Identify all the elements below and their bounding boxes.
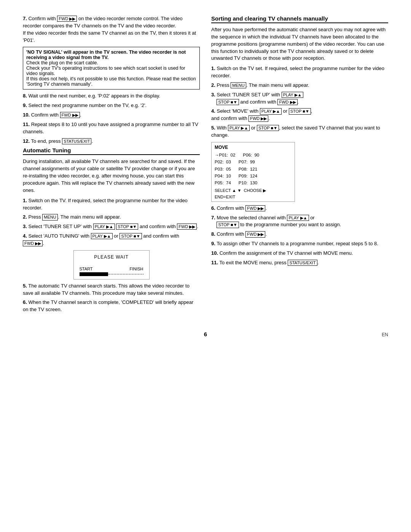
- play-btn-sort5: PLAY ▶▲: [228, 125, 250, 131]
- step-12: 12. To end, press STATUS/EXIT.: [23, 138, 200, 145]
- step-8: 8. Wait until the next number, e.g. 'P:0…: [23, 93, 200, 100]
- play-btn-auto4: PLAY ▶▲: [91, 233, 113, 239]
- move-box-footer2: END=EXIT: [215, 195, 292, 199]
- status-exit-btn-step12: STATUS/EXIT: [62, 138, 91, 144]
- move-box-footer1: SELECT ▲ ▼ CHOOSE ▶: [215, 188, 292, 193]
- page-number: 6: [145, 331, 266, 337]
- stop-btn-sort7: STOP ■▼: [217, 222, 239, 228]
- auto-step-6: 6. When the TV channel search is complet…: [23, 299, 200, 313]
- progress-bar-labels: START FINISH: [80, 267, 143, 271]
- page-footer: 6 EN: [23, 323, 388, 337]
- sort-step-6: 6. Confirm with FWD ▶▶.: [211, 205, 388, 212]
- fwd-btn-sort8: FWD ▶▶: [245, 231, 265, 237]
- auto-tuning-title: Automatic Tuning: [23, 147, 200, 155]
- fwd-btn-auto3: FWD ▶▶: [177, 224, 197, 230]
- progress-box: PLEASE WAIT START FINISH: [73, 250, 150, 280]
- sort-step-2: 2. Press MENU. The main menu will appear…: [211, 82, 388, 89]
- sorting-intro: After you have performed the automatic c…: [211, 26, 388, 62]
- auto-step-3: 3. Select 'TUNER SET UP' with PLAY ▶▲ ST…: [23, 223, 200, 230]
- auto-step-5: 5. The automatic TV channel search start…: [23, 283, 200, 297]
- fwd-btn-auto4: FWD ▶▶: [23, 240, 43, 246]
- fwd-btn-step7: FWD ▶▶: [57, 16, 77, 22]
- play-btn-sort7: PLAY ▶▲: [287, 215, 309, 221]
- auto-tuning-intro: During installation, all available TV ch…: [23, 158, 200, 194]
- step-7: 7. Confirm with FWD ▶▶ on the video reco…: [23, 15, 200, 44]
- please-wait-label: PLEASE WAIT: [80, 254, 143, 260]
- progress-filled-part: [80, 272, 108, 276]
- progress-bar: [80, 272, 143, 276]
- auto-step-1: 1. Switch on the TV. If required, select…: [23, 197, 200, 212]
- finish-label: FINISH: [129, 267, 143, 271]
- page-content: 7. Confirm with FWD ▶▶ on the video reco…: [23, 15, 388, 316]
- menu-btn-sort2: MENU: [231, 82, 246, 88]
- warning-box: 'NO TV SIGNAL' will appear in the TV scr…: [23, 47, 200, 89]
- sort-step-4: 4. Select 'MOVE' with PLAY ▶▲ or STOP ■▼…: [211, 108, 388, 122]
- stop-btn-sort5: STOP ■▼: [257, 125, 279, 131]
- sort-step-9: 9. To assign other TV channels to a prog…: [211, 240, 388, 248]
- status-exit-btn-sort11: STATUS/EXIT: [288, 260, 317, 266]
- fwd-btn-step10: FWD ▶▶: [60, 112, 80, 118]
- sort-step-10: 10. Confirm the assignment of the TV cha…: [211, 250, 388, 257]
- stop-btn-auto3: STOP ■▼: [116, 224, 138, 230]
- progress-dotted-part: [108, 274, 143, 275]
- play-btn-sort3: PLAY ▶▲: [282, 92, 303, 98]
- right-column: Sorting and clearing TV channels manuall…: [211, 15, 388, 316]
- left-column: 7. Confirm with FWD ▶▶ on the video reco…: [23, 15, 200, 316]
- start-label: START: [80, 267, 93, 271]
- lang-label: EN: [266, 332, 388, 337]
- sort-step-11: 11. To exit the MOVE menu, press STATUS/…: [211, 259, 388, 267]
- auto-step-4: 4. Select 'AUTO TUNING' with PLAY ▶▲ or …: [23, 233, 200, 247]
- move-box: MOVE →P01: 02 P06: 90 P02: 03 P07: 99 P0…: [211, 142, 295, 202]
- stop-btn-sort3: STOP ■▼: [217, 99, 239, 105]
- play-btn-sort4: PLAY ▶▲: [260, 108, 282, 114]
- step-11: 11. Repeat steps 8 to 10 until you have …: [23, 121, 200, 136]
- sorting-title: Sorting and clearing TV channels manuall…: [211, 15, 388, 23]
- fwd-btn-sort6: FWD ▶▶: [245, 205, 265, 211]
- sort-step-8: 8. Confirm with FWD ▶▶.: [211, 231, 388, 238]
- step-9: 9. Select the next programme number on t…: [23, 102, 200, 109]
- stop-btn-sort4: STOP ■▼: [289, 108, 311, 114]
- menu-btn-auto2: MENU: [42, 214, 57, 220]
- sort-step-3: 3. Select 'TUNER SET UP' with PLAY ▶▲ ST…: [211, 91, 388, 106]
- sort-step-5: 5. With PLAY ▶▲ or STOP ■▼, select the s…: [211, 125, 388, 139]
- step-10: 10. Confirm with FWD ▶▶.: [23, 112, 200, 119]
- play-btn-auto3: PLAY ▶▲: [93, 224, 115, 230]
- move-table-rows: →P01: 02 P06: 90 P02: 03 P07: 99 P03: 05…: [215, 152, 292, 187]
- auto-step-2: 2. Press MENU. The main menu will appear…: [23, 214, 200, 221]
- sort-step-1: 1. Switch on the TV set. If required, se…: [211, 65, 388, 80]
- fwd-btn-sort3: FWD ▶▶: [277, 99, 297, 105]
- stop-btn-auto4: STOP ■▼: [119, 233, 142, 239]
- warning-bold: 'NO TV SIGNAL' will appear in the TV scr…: [26, 50, 186, 60]
- move-box-title: MOVE: [215, 145, 292, 150]
- sort-step-7: 7. Move the selected channel with PLAY ▶…: [211, 214, 388, 229]
- fwd-btn-sort4: FWD ▶▶: [249, 115, 268, 121]
